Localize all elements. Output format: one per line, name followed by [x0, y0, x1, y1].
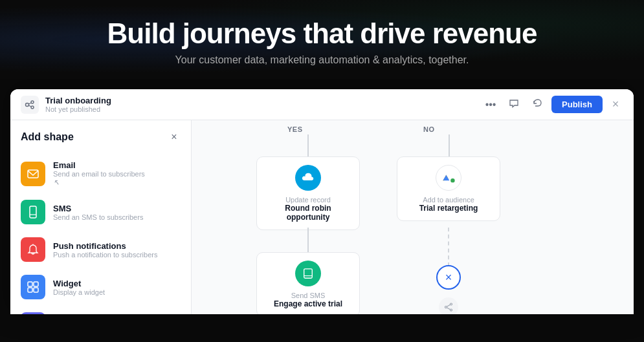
- journey-status: Not yet published: [45, 105, 482, 113]
- sms-flow-icon: [295, 261, 321, 286]
- shape-item-action[interactable]: Action Complete an action: [21, 306, 181, 314]
- sms-card-title: Engage active trial: [267, 299, 349, 308]
- shape-item-widget[interactable]: Widget Display a widget: [21, 268, 181, 306]
- widget-shape-text: Widget Display a widget: [53, 279, 105, 296]
- canvas-area[interactable]: YES NO Update record Round robin opportu…: [192, 120, 634, 314]
- svg-point-18: [445, 306, 447, 308]
- push-shape-desc: Push a notification to subscribers: [53, 251, 157, 259]
- journey-info: Trial onboarding Not yet published: [45, 96, 482, 113]
- google-ads-icon: [436, 165, 461, 191]
- comment-button[interactable]: [505, 96, 523, 114]
- journey-icon: [21, 96, 39, 114]
- right-dashed-line: [448, 228, 449, 266]
- svg-rect-9: [28, 282, 32, 286]
- content-area: Add shape × Email Send an email to subsc…: [10, 120, 634, 314]
- right-card-title: Trial retargeting: [408, 204, 489, 213]
- svg-line-21: [447, 308, 450, 310]
- sms-shape-name: SMS: [53, 204, 143, 213]
- left-panel: Add shape × Email Send an email to subsc…: [10, 120, 192, 314]
- top-bar-actions: ••• Publish ×: [482, 96, 623, 114]
- undo-button[interactable]: [528, 96, 546, 114]
- no-branch-label: NO: [423, 125, 435, 133]
- close-button[interactable]: ×: [608, 97, 623, 112]
- push-shape-text: Push notifications Push a notification t…: [53, 241, 157, 259]
- right-card-label: Add to audience: [408, 196, 489, 204]
- svg-rect-10: [34, 282, 38, 286]
- more-button[interactable]: •••: [482, 96, 500, 114]
- email-shape-text: Email Send an email to subscribers ↖: [53, 160, 145, 187]
- svg-point-1: [31, 101, 34, 103]
- push-shape-icon: [21, 237, 45, 262]
- svg-line-4: [29, 105, 32, 107]
- publish-button[interactable]: Publish: [551, 96, 603, 113]
- svg-rect-5: [28, 170, 38, 178]
- email-shape-desc: Send an email to subscribers: [53, 170, 145, 178]
- hero-title: Build journeys that drive revenue: [13, 18, 631, 49]
- cursor-hint: ↖: [53, 178, 145, 187]
- close-node[interactable]: ×: [436, 265, 461, 290]
- left-flow-card[interactable]: Update record Round robin opportunity: [256, 156, 360, 230]
- left-card-title: Round robin opportunity: [267, 204, 349, 222]
- svg-point-0: [26, 103, 29, 106]
- comment-icon: [509, 98, 519, 111]
- salesforce-icon: [295, 165, 321, 191]
- svg-point-2: [31, 106, 34, 109]
- app-window: Trial onboarding Not yet published ••• P…: [10, 89, 634, 314]
- hero-section: Build journeys that drive revenue Your c…: [0, 0, 644, 79]
- svg-point-19: [450, 309, 452, 311]
- panel-close-button[interactable]: ×: [168, 131, 181, 144]
- yes-line-top: [307, 134, 309, 158]
- right-flow-card[interactable]: Add to audience Trial retargeting: [397, 156, 500, 221]
- sms-flow-card[interactable]: Send SMS Engage active trial: [256, 252, 360, 314]
- widget-shape-icon: [21, 275, 45, 299]
- svg-rect-12: [34, 288, 38, 292]
- svg-line-3: [29, 103, 32, 104]
- sms-card-label: Send SMS: [267, 292, 349, 299]
- no-line-top: [449, 134, 450, 158]
- panel-header: Add shape ×: [21, 131, 181, 144]
- email-shape-icon: [21, 162, 45, 186]
- yes-branch-label: YES: [287, 125, 303, 133]
- svg-rect-15: [304, 269, 313, 278]
- sms-shape-text: SMS Send an SMS to subscribers: [53, 204, 143, 221]
- left-card-label: Update record: [267, 196, 349, 204]
- top-bar: Trial onboarding Not yet published ••• P…: [10, 89, 634, 120]
- share-node[interactable]: [439, 297, 458, 314]
- more-icon: •••: [485, 99, 496, 111]
- shape-item-sms[interactable]: SMS Send an SMS to subscribers: [21, 193, 181, 231]
- journey-name: Trial onboarding: [45, 96, 482, 105]
- svg-line-20: [447, 305, 450, 307]
- push-shape-name: Push notifications: [53, 241, 157, 251]
- sms-shape-desc: Send an SMS to subscribers: [53, 213, 143, 221]
- hero-subtitle: Your customer data, marketing automation…: [13, 54, 631, 66]
- action-shape-icon: [21, 312, 45, 314]
- svg-point-17: [450, 303, 452, 305]
- flow-container: YES NO Update record Round robin opportu…: [192, 120, 634, 314]
- left-line-bottom: [307, 228, 309, 253]
- panel-title: Add shape: [21, 131, 74, 143]
- svg-point-14: [450, 178, 454, 182]
- widget-shape-name: Widget: [53, 279, 105, 288]
- email-shape-name: Email: [53, 160, 145, 170]
- svg-rect-6: [30, 206, 36, 218]
- svg-rect-11: [28, 288, 32, 292]
- undo-icon: [532, 98, 542, 111]
- shape-item-email[interactable]: Email Send an email to subscribers ↖: [21, 154, 181, 193]
- shape-item-push[interactable]: Push notifications Push a notification t…: [21, 231, 181, 268]
- sms-shape-icon: [21, 200, 45, 224]
- widget-shape-desc: Display a widget: [53, 288, 105, 296]
